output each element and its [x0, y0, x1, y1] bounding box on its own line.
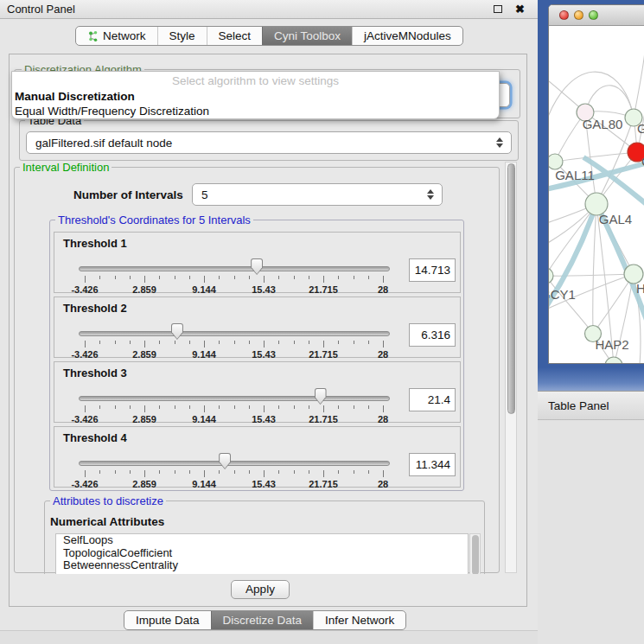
- window-close-button[interactable]: [559, 10, 569, 20]
- tick-mark: [354, 405, 354, 409]
- tick-mark: [264, 341, 265, 348]
- table-data-combobox[interactable]: galFiltered.sif default node: [26, 131, 512, 154]
- apply-button[interactable]: Apply: [231, 580, 290, 599]
- axis-label: 28: [378, 284, 388, 295]
- label-GAL4: GAL4: [599, 212, 632, 226]
- attributes-list-scrollbar[interactable]: [469, 533, 481, 574]
- threshold-1-value-field[interactable]: 14.713: [409, 258, 456, 282]
- axis-label: 9.144: [192, 349, 216, 360]
- tick-mark: [175, 405, 175, 409]
- axis-label: 21.715: [309, 479, 338, 489]
- tick-mark: [294, 276, 295, 279]
- tick-mark: [234, 276, 235, 279]
- slider-thumb[interactable]: [315, 388, 327, 405]
- network-canvas[interactable]: GAL80 GA C GAL11 GAL4 GCY1 H HAP2: [549, 26, 644, 364]
- slider-axis-labels: -3.4262.8599.14415.4321.71528: [85, 348, 383, 359]
- tick-mark: [189, 405, 190, 409]
- tick-mark: [309, 276, 309, 279]
- tick-mark: [204, 405, 205, 412]
- window-zoom-button[interactable]: [589, 10, 598, 20]
- float-panel-button[interactable]: [494, 5, 502, 13]
- slider-track[interactable]: [79, 461, 390, 466]
- axis-label: -3.426: [71, 284, 98, 295]
- axis-label: 28: [378, 349, 388, 360]
- slider-track[interactable]: [79, 266, 390, 271]
- algorithm-option-equal-width[interactable]: Equal Width/Frequency Discretization: [12, 105, 499, 119]
- node-bottom[interactable]: [605, 357, 622, 364]
- tick-mark: [354, 341, 354, 344]
- slider-thumb[interactable]: [219, 453, 231, 469]
- threshold-2-value-field[interactable]: 6.316: [409, 323, 456, 347]
- tick-mark: [368, 405, 369, 409]
- table-panel-titlebar: Table Panel: [538, 391, 644, 420]
- attributes-group: Attributes to discretize Numerical Attri…: [44, 501, 485, 574]
- tick-mark: [294, 470, 295, 474]
- tick-mark: [368, 341, 369, 344]
- tick-mark: [85, 276, 86, 283]
- tick-mark: [115, 405, 116, 409]
- combo-spinner-icon: [427, 189, 434, 200]
- network-window-titlebar[interactable]: [549, 5, 644, 26]
- tab-discretize-data[interactable]: Discretize Data: [211, 611, 314, 629]
- number-of-intervals-combobox[interactable]: 5: [192, 183, 443, 206]
- tick-mark: [144, 341, 145, 348]
- algorithm-option-manual[interactable]: Manual Discretization: [12, 90, 499, 105]
- slider-thumb[interactable]: [171, 323, 183, 340]
- axis-label: -3.426: [71, 479, 98, 489]
- threshold-4-value-field[interactable]: 11.344: [409, 453, 456, 476]
- interval-definition-group: Interval Definition Number of Intervals …: [14, 167, 500, 573]
- axis-label: 21.715: [309, 284, 338, 295]
- tick-mark: [130, 470, 131, 474]
- threshold-1-slider[interactable]: -3.4262.8599.14415.4321.71528: [85, 233, 383, 294]
- threshold-coordinates-title: Threshold's Coordinates for 5 Intervals: [55, 214, 253, 226]
- window-minimize-button[interactable]: [574, 10, 583, 20]
- attribute-list-item[interactable]: SelfLoops: [56, 534, 468, 547]
- threshold-3-panel: Threshold 3 -3.4262.8599.14415.4321.7152…: [54, 361, 461, 423]
- tab-jactivemnodules[interactable]: jActiveMNodules: [352, 27, 462, 45]
- threshold-3-slider[interactable]: -3.4262.8599.14415.4321.71528: [85, 362, 383, 424]
- tick-mark: [219, 341, 220, 344]
- tick-mark: [144, 276, 145, 283]
- axis-label: 28: [378, 479, 388, 489]
- threshold-4-slider[interactable]: -3.4262.8599.14415.4321.71528: [85, 427, 383, 488]
- number-of-intervals-label: Number of Intervals: [73, 188, 183, 201]
- attribute-list-item[interactable]: BetweennessCentrality: [56, 559, 468, 572]
- label-GAL80: GAL80: [583, 117, 623, 131]
- tab-network[interactable]: Network: [76, 27, 157, 45]
- attribute-list-item[interactable]: TopologicalCoefficient: [56, 547, 468, 560]
- tab-infer-network[interactable]: Infer Network: [313, 611, 405, 629]
- tab-select[interactable]: Select: [207, 27, 263, 45]
- tick-mark: [278, 341, 279, 344]
- close-panel-button[interactable]: ✖: [515, 5, 525, 14]
- network-nodes[interactable]: [549, 104, 644, 364]
- tick-mark: [264, 470, 265, 477]
- node-GCY1[interactable]: [549, 268, 553, 284]
- tab-impute-data[interactable]: Impute Data: [124, 611, 211, 629]
- tick-mark: [115, 341, 116, 344]
- tick-mark: [278, 276, 279, 279]
- panel-title: Control Panel: [7, 3, 494, 16]
- settings-scroll-viewport: Interval Definition Number of Intervals …: [10, 161, 505, 574]
- tick-mark: [219, 276, 220, 279]
- slider-track[interactable]: [79, 331, 390, 336]
- scrollbar-thumb[interactable]: [507, 163, 515, 414]
- tick-mark: [383, 276, 384, 283]
- threshold-3-value-field[interactable]: 21.4: [409, 388, 456, 411]
- cyni-bottom-tabbar: Impute Data Discretize Data Infer Networ…: [124, 610, 406, 630]
- network-tab-icon: [87, 30, 99, 42]
- close-icon: ✖: [515, 5, 525, 14]
- slider-thumb[interactable]: [251, 258, 263, 275]
- settings-vertical-scrollbar[interactable]: [505, 162, 517, 573]
- tick-mark: [338, 405, 339, 409]
- tick-mark: [85, 341, 86, 348]
- axis-label: 2.859: [132, 479, 156, 489]
- tick-mark: [278, 470, 279, 474]
- tab-style[interactable]: Style: [157, 27, 207, 45]
- threshold-2-slider[interactable]: -3.4262.8599.14415.4321.71528: [85, 297, 383, 359]
- tick-mark: [338, 276, 339, 279]
- tick-mark: [219, 405, 220, 409]
- tick-mark: [159, 470, 160, 474]
- slider-track[interactable]: [79, 396, 390, 401]
- tab-cyni-toolbox[interactable]: Cyni Toolbox: [262, 27, 352, 45]
- numerical-attributes-list[interactable]: SelfLoopsTopologicalCoefficientBetweenne…: [55, 533, 469, 574]
